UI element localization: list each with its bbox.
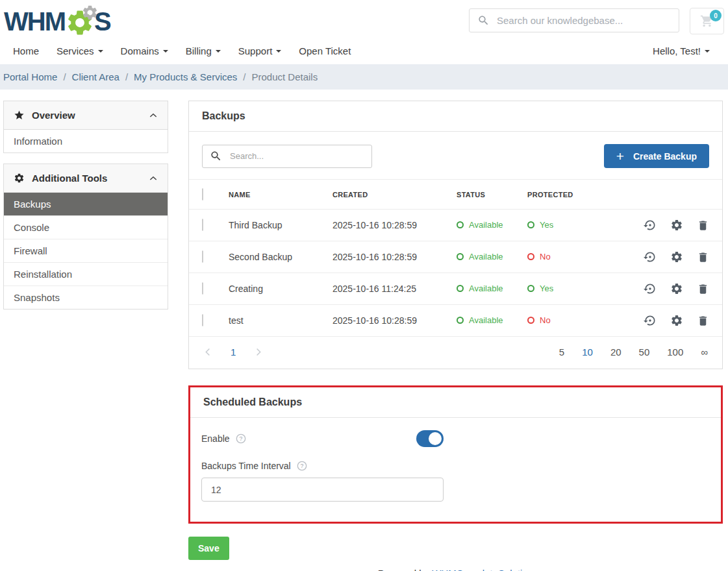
backups-panel: Backups + Create Backup NAME CREATED STA… (188, 101, 723, 369)
overview-panel: Overview Information (3, 101, 168, 153)
backup-settings-icon[interactable] (670, 219, 683, 232)
status-ring-icon (457, 285, 464, 292)
nav-item-home[interactable]: Home (13, 45, 39, 56)
svg-text:?: ? (239, 435, 242, 442)
cart-button[interactable]: 0 (690, 8, 724, 34)
page-size-50[interactable]: 50 (639, 346, 650, 358)
powered-by-text: Powered by (378, 568, 429, 571)
delete-backup-icon[interactable] (697, 251, 709, 263)
next-page-icon[interactable] (253, 347, 263, 357)
column-header-created: CREATED (333, 191, 457, 199)
page-number[interactable]: 1 (231, 346, 236, 358)
nav-item-domains[interactable]: Domains (121, 45, 168, 56)
protected-ring-icon (527, 221, 534, 228)
backups-panel-title: Backups (189, 101, 722, 132)
status-badge: Available (457, 284, 503, 293)
page-size-100[interactable]: 100 (667, 346, 683, 358)
previous-page-icon[interactable] (203, 347, 213, 357)
delete-backup-icon[interactable] (697, 315, 709, 327)
breadcrumb-my-products[interactable]: My Products & Services (134, 71, 237, 82)
nav-item-support[interactable]: Support (238, 45, 282, 56)
user-menu[interactable]: Hello, Test! (653, 45, 710, 56)
sidebar-item-console[interactable]: Console (4, 215, 168, 239)
additional-tools-panel-header[interactable]: Additional Tools (4, 164, 168, 192)
restore-backup-icon[interactable] (644, 314, 657, 327)
scheduled-backups-title: Scheduled Backups (190, 387, 721, 418)
knowledgebase-search-input[interactable] (469, 8, 679, 32)
row-checkbox[interactable] (202, 314, 203, 326)
sidebar-item-backups[interactable]: Backups (4, 193, 168, 215)
restore-backup-icon[interactable] (644, 282, 657, 295)
chevron-down-icon (216, 50, 221, 53)
delete-backup-icon[interactable] (697, 283, 709, 295)
backup-settings-icon[interactable] (670, 314, 683, 327)
sidebar-item-information[interactable]: Information (4, 130, 168, 152)
sidebar-item-snapshots[interactable]: Snapshots (4, 286, 168, 309)
scheduled-backups-panel: Scheduled Backups Enable ? Backups Time … (188, 385, 723, 524)
delete-backup-icon[interactable] (697, 219, 709, 232)
page-size-5[interactable]: 5 (559, 346, 564, 358)
row-checkbox[interactable] (202, 250, 203, 263)
backup-created: 2025-10-16 10:28:59 (333, 315, 457, 326)
sidebar-item-firewall[interactable]: Firewall (4, 239, 168, 262)
search-icon (477, 14, 490, 27)
site-header: WHM S 0 (0, 0, 728, 39)
breadcrumb-client-area[interactable]: Client Area (72, 71, 119, 82)
page-size-options: 5 10 20 50 100 ∞ (559, 346, 708, 358)
select-all-checkbox[interactable] (202, 188, 203, 200)
enable-toggle[interactable] (416, 430, 444, 447)
protected-ring-icon (527, 317, 534, 324)
nav-item-services[interactable]: Services (56, 45, 103, 56)
column-header-protected: PROTECTED (527, 191, 627, 199)
interval-input[interactable] (201, 478, 444, 502)
cart-count-badge: 0 (710, 10, 722, 21)
table-row: Second Backup 2025-10-16 10:28:59 Availa… (189, 241, 722, 273)
backup-created: 2025-10-16 10:28:59 (333, 252, 457, 262)
backup-settings-icon[interactable] (670, 282, 683, 295)
save-button[interactable]: Save (188, 537, 229, 560)
sidebar-item-reinstallation[interactable]: Reinstallation (4, 262, 168, 286)
status-ring-icon (457, 253, 464, 260)
whmcompletesolution-link[interactable]: WHMCompleteSolution (432, 568, 533, 571)
page-size-10[interactable]: 10 (582, 346, 593, 358)
pagination: 1 5 10 20 50 100 ∞ (189, 336, 722, 369)
logo-text-whm: WHM (4, 6, 65, 37)
footer: Powered by WHMCompleteSolution (188, 560, 723, 571)
backup-settings-icon[interactable] (670, 250, 683, 263)
backup-created: 2025-10-16 11:24:25 (333, 284, 457, 294)
restore-backup-icon[interactable] (644, 250, 657, 263)
page-size-20[interactable]: 20 (610, 346, 621, 358)
status-badge: Available (457, 252, 503, 261)
whmcs-logo[interactable]: WHM S (4, 5, 110, 38)
backup-name: Creating (229, 284, 333, 294)
backup-name: Third Backup (229, 220, 333, 230)
overview-panel-header[interactable]: Overview (4, 101, 168, 129)
gear-icon (14, 173, 25, 184)
restore-backup-icon[interactable] (644, 219, 657, 232)
chevron-up-icon (149, 111, 158, 120)
create-backup-button[interactable]: + Create Backup (604, 144, 709, 168)
help-icon: ? (236, 433, 246, 444)
table-row: Third Backup 2025-10-16 10:28:59 Availab… (189, 209, 722, 241)
breadcrumb-portal-home[interactable]: Portal Home (3, 71, 57, 82)
nav-item-open-ticket[interactable]: Open Ticket (299, 45, 351, 56)
backup-name: Second Backup (229, 252, 333, 262)
star-icon (14, 110, 25, 121)
breadcrumb-current: Product Details (251, 71, 318, 82)
logo-gears (64, 5, 97, 38)
chevron-down-icon (705, 50, 710, 53)
row-checkbox[interactable] (202, 219, 203, 231)
plus-icon: + (616, 149, 624, 163)
backups-search-input[interactable] (202, 145, 372, 168)
backups-search (202, 145, 372, 168)
protected-badge: No (527, 252, 551, 261)
chevron-up-icon (149, 174, 158, 183)
page-size-unlimited[interactable]: ∞ (701, 346, 708, 358)
table-header-row: NAME CREATED STATUS PROTECTED (189, 179, 722, 209)
breadcrumb: Portal Home / Client Area / My Products … (0, 64, 728, 90)
nav-item-billing[interactable]: Billing (186, 45, 221, 56)
protected-ring-icon (527, 253, 534, 260)
row-checkbox[interactable] (202, 282, 203, 295)
status-ring-icon (457, 317, 464, 324)
status-badge: Available (457, 315, 503, 325)
